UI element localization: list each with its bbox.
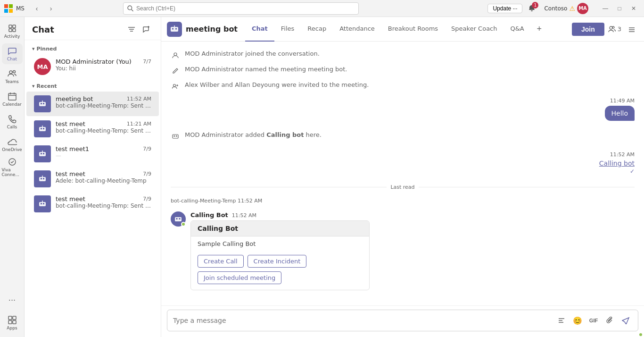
onedrive-icon xyxy=(8,137,17,146)
chat-item-test-meet-1[interactable]: test meet 11:21 AM bot-calling-Meeting-T… xyxy=(26,117,159,141)
minimize-button[interactable]: — xyxy=(599,3,612,14)
maximize-button[interactable]: □ xyxy=(613,3,626,14)
new-chat-button[interactable] xyxy=(140,23,153,36)
outgoing-calling-bot: 11:52 AM Calling bot ✓ xyxy=(171,152,635,175)
search-bar[interactable] xyxy=(123,2,359,15)
join-scheduled-meeting-button[interactable]: Join scheduled meeting xyxy=(198,271,281,284)
bot-meeting-icon xyxy=(170,25,179,34)
chat-name-mod-admin: MOD Administrator (You) xyxy=(56,58,132,65)
svg-rect-62 xyxy=(175,217,182,221)
pinned-section-header[interactable]: ▾ Pinned xyxy=(25,42,161,54)
recent-section-header[interactable]: ▾ Recent xyxy=(25,79,161,91)
emoji-button[interactable]: 😊 xyxy=(571,314,584,327)
create-incident-button[interactable]: Create Incident xyxy=(248,255,307,268)
chat-item-test-meet-last[interactable]: test meet 7/9 bot-calling-Meeting-Temp: … xyxy=(26,192,159,216)
chat-item-test-meet-adele[interactable]: test meet 7/9 Adele: bot-calling-Meeting… xyxy=(26,167,159,191)
chat-preview-test-meet-last: bot-calling-Meeting-Temp: Sent a card xyxy=(56,202,151,209)
message-input-box: 😊 GIF xyxy=(167,310,638,331)
svg-rect-1 xyxy=(9,4,13,8)
bot-online-dot xyxy=(181,222,186,227)
chat-filter-button[interactable] xyxy=(125,23,138,36)
svg-rect-40 xyxy=(43,178,44,179)
svg-rect-38 xyxy=(39,177,46,181)
calling-bot-link[interactable]: Calling bot xyxy=(599,160,635,167)
format-button[interactable] xyxy=(555,314,568,327)
last-read-divider: Last read xyxy=(171,184,635,190)
svg-point-4 xyxy=(128,6,132,10)
search-input[interactable] xyxy=(136,5,355,12)
chat-name-test-meet1: test meet1 xyxy=(56,145,89,152)
svg-point-51 xyxy=(612,26,614,28)
tab-files[interactable]: Files xyxy=(274,17,301,42)
chat-time-meeting-bot: 11:52 AM xyxy=(127,96,151,102)
nav-back[interactable]: ‹ xyxy=(30,3,43,14)
sidebar-item-viva[interactable]: Viva Conne... xyxy=(2,157,23,177)
svg-rect-43 xyxy=(41,203,42,204)
svg-rect-6 xyxy=(9,25,12,28)
close-button[interactable]: ✕ xyxy=(627,3,640,14)
title-bar-right: Update ··· 1 Contoso ⚠ MA — □ ✕ xyxy=(487,2,640,15)
tab-breakout-rooms[interactable]: Breakout Rooms xyxy=(381,17,445,42)
apps-label: Apps xyxy=(7,326,17,330)
tab-chat[interactable]: Chat xyxy=(245,17,274,42)
tab-recap[interactable]: Recap xyxy=(301,17,333,42)
bot-icon xyxy=(39,100,46,108)
chat-name-test-meet-adele: test meet xyxy=(56,170,85,177)
tab-attendance[interactable]: Attendance xyxy=(333,17,381,42)
participants-count[interactable]: 3 xyxy=(608,25,621,33)
bot-icon-3 xyxy=(39,150,46,158)
chat-name-test-meet-last: test meet xyxy=(56,195,85,202)
attach-button[interactable] xyxy=(603,314,616,327)
sidebar-item-activity[interactable]: Activity xyxy=(2,21,23,42)
update-button[interactable]: Update ··· xyxy=(487,4,522,13)
tab-speaker-coach[interactable]: Speaker Coach xyxy=(445,17,504,42)
nav-arrows: ‹ › xyxy=(30,3,58,14)
chat-time-test-meet-1: 11:21 AM xyxy=(127,121,151,127)
divider-line-left xyxy=(171,187,387,187)
sidebar-item-onedrive[interactable]: OneDrive xyxy=(2,134,23,155)
tab-qa[interactable]: Q&A xyxy=(504,17,531,42)
svg-rect-30 xyxy=(39,127,46,131)
more-options-button[interactable] xyxy=(625,23,638,36)
svg-rect-47 xyxy=(172,28,173,29)
title-bar: MS ‹ › Update ··· 1 Contoso ⚠ MA — □ ✕ xyxy=(0,0,644,17)
calls-icon xyxy=(8,114,17,124)
sidebar-item-calendar[interactable]: Calendar xyxy=(2,89,23,110)
nav-forward[interactable]: › xyxy=(44,3,58,14)
send-button[interactable] xyxy=(619,314,632,327)
filter-icon xyxy=(128,25,135,33)
sidebar-item-calls[interactable]: Calls xyxy=(2,111,23,132)
meeting-bot-icon xyxy=(167,22,182,37)
chat-item-test-meet1[interactable]: test meet1 7/9 — xyxy=(26,142,159,166)
chat-main: meeting bot Chat Files Recap Attendance … xyxy=(161,17,644,337)
apps-icon xyxy=(8,315,17,325)
bot-message-container: Calling Bot 11:52 AM Calling Bot Sample … xyxy=(171,211,635,290)
bot-avatar xyxy=(171,211,186,227)
system-msg-text-3: Alex Wilber and Allan Deyoung were invit… xyxy=(185,81,369,88)
chat-item-meeting-bot[interactable]: meeting bot 11:52 AM bot-calling-Meeting… xyxy=(26,92,159,116)
hello-time: 11:49 AM xyxy=(610,98,635,104)
chat-panel-header: Chat xyxy=(25,17,161,40)
sidebar-item-apps[interactable]: Apps xyxy=(2,312,23,333)
user-menu[interactable]: Contoso ⚠ MA xyxy=(541,2,591,15)
notification-bell[interactable]: 1 xyxy=(526,3,537,14)
add-tab-button[interactable]: + xyxy=(533,23,546,36)
sidebar-item-chat[interactable]: Chat xyxy=(2,43,23,64)
svg-rect-17 xyxy=(8,316,12,320)
join-meeting-button[interactable]: Join xyxy=(572,23,604,36)
bot-icon-4 xyxy=(39,175,46,183)
create-call-button[interactable]: Create Call xyxy=(198,255,244,268)
chat-info-test-meet-1: test meet 11:21 AM bot-calling-Meeting-T… xyxy=(56,120,151,134)
sidebar-item-more[interactable]: ··· xyxy=(2,290,23,311)
svg-rect-63 xyxy=(176,218,178,219)
svg-rect-26 xyxy=(39,102,46,106)
outgoing-hello: 11:49 AM Hello xyxy=(171,98,635,121)
viva-icon xyxy=(8,157,17,167)
window-controls: — □ ✕ xyxy=(599,3,640,14)
user-avatar: MA xyxy=(577,3,588,14)
gif-button[interactable]: GIF xyxy=(587,314,600,327)
sidebar-item-teams[interactable]: Teams xyxy=(2,66,23,87)
message-input[interactable] xyxy=(173,317,552,324)
chat-item-mod-admin[interactable]: MA MOD Administrator (You) 7/7 You: hii xyxy=(26,54,159,79)
new-chat-icon xyxy=(143,25,150,33)
